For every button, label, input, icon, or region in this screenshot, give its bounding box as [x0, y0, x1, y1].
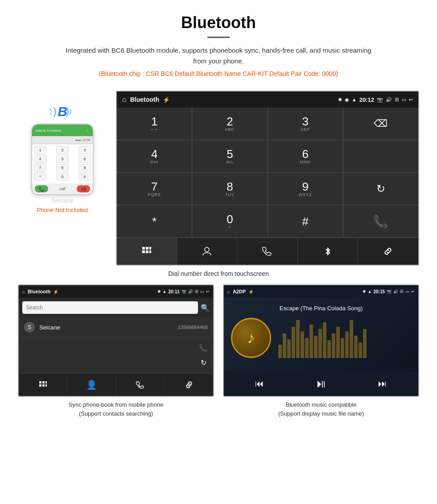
phone-dial-row-4: * 0 #: [34, 173, 91, 181]
location-icon: ◉: [345, 97, 349, 103]
contact-list: S Seicane 13566664466 📞 ↻: [19, 317, 213, 373]
bluetooth-symbol-icon: B: [58, 104, 67, 119]
bluetooth-icon-area: B ) ) ( (: [58, 104, 67, 119]
a2dp-vol-icon: 🔊: [393, 289, 398, 294]
car-time: 20:12: [359, 96, 374, 103]
dial-tool-link[interactable]: [358, 238, 418, 265]
phone-key-9[interactable]: 9: [78, 164, 91, 172]
phone-dial-row-2: 4 5 6: [34, 155, 91, 163]
dial-tool-person[interactable]: [177, 238, 237, 265]
dial-key-2[interactable]: 2ABC: [192, 108, 267, 140]
car-status-left: ⌂ Bluetooth ⚡: [122, 96, 170, 104]
phone-key-4[interactable]: 4: [34, 155, 46, 163]
phone-call-button[interactable]: 📞: [35, 185, 48, 192]
window-icon: ▭: [402, 97, 406, 103]
dial-call-button[interactable]: 📞: [343, 205, 418, 237]
next-button[interactable]: ⏭: [378, 379, 387, 389]
phone-key-7[interactable]: 7: [34, 164, 46, 172]
svg-rect-0: [142, 247, 145, 250]
dial-key-star[interactable]: *: [117, 205, 192, 237]
pb-status-bar: ⌂ Bluetooth ⚡ ✱ ▲ 20:11 📷 🔊 ☒ ▭ ↩: [19, 285, 213, 298]
phone-key-6[interactable]: 6: [78, 155, 91, 163]
phone-end-button[interactable]: 📵: [77, 185, 90, 192]
pb-win-icon: ▭: [200, 289, 204, 294]
description: Integrated with BC6 Bluetooth module, su…: [62, 45, 375, 67]
pb-caption: Sync phone-book from mobile phone (Suppo…: [18, 400, 214, 418]
dial-key-hash[interactable]: #: [268, 205, 343, 237]
phone-signal: ●●●: [75, 138, 81, 142]
dial-key-4[interactable]: 4GHI: [117, 140, 192, 172]
dial-key-9[interactable]: 9WXYZ: [268, 173, 343, 205]
dial-key-6[interactable]: 6MNO: [268, 140, 343, 172]
phone-more-icon: ⋮: [86, 129, 89, 133]
pb-phone-icon[interactable]: 📞: [199, 344, 208, 352]
song-title: Escape (The Pina Colada Song): [280, 305, 363, 312]
pb-title: Bluetooth: [28, 289, 50, 294]
dial-tool-bluetooth[interactable]: [298, 238, 358, 265]
dial-key-1[interactable]: 1∽∽: [117, 108, 192, 140]
phone-key-0[interactable]: 0: [56, 173, 69, 181]
phonebook-screen: ⌂ Bluetooth ⚡ ✱ ▲ 20:11 📷 🔊 ☒ ▭ ↩: [18, 284, 214, 397]
contact-number: 13566664466: [178, 325, 208, 330]
pb-tool-person[interactable]: 👤: [67, 374, 116, 396]
dial-tool-grid[interactable]: [117, 238, 177, 265]
pb-time: 20:11: [168, 289, 180, 294]
pb-tool-grid[interactable]: [19, 374, 67, 396]
svg-rect-4: [146, 250, 148, 253]
pb-side-icons: 📞 ↻: [199, 344, 208, 367]
a2dp-status-bar: ⌂ A2DP ⚡ ✱ ▲ 20:15 📷 🔊 ☒ ▭ ↩: [224, 285, 418, 298]
pb-usb-icon: ⚡: [53, 289, 58, 294]
prev-button[interactable]: ⏮: [255, 379, 264, 389]
music-note-icon: ♪: [247, 329, 255, 347]
bottom-section: ⌂ Bluetooth ⚡ ✱ ▲ 20:11 📷 🔊 ☒ ▭ ↩: [0, 284, 437, 418]
phone-key-3[interactable]: 3: [78, 146, 91, 154]
dial-key-8[interactable]: 8TUV: [192, 173, 267, 205]
home-icon[interactable]: ⌂: [122, 96, 127, 104]
phone-status-bar: ●●● 12:00: [32, 136, 93, 144]
phone-key-hash[interactable]: #: [78, 173, 91, 181]
car-status-bar: ⌂ Bluetooth ⚡ ✱ ◉ ▲ 20:12 📷 🔊 ☒ ▭ ↩: [117, 92, 418, 108]
pb-signal-icon: ▲: [163, 289, 167, 294]
dial-key-3[interactable]: 3DEF: [268, 108, 343, 140]
a2dp-controls: ⏮ ⏯ ⏭: [224, 371, 418, 396]
search-icon[interactable]: 🔍: [201, 304, 210, 312]
a2dp-content: Escape (The Pina Colada Song) ♪: [224, 298, 418, 371]
pb-toolbar: 👤: [19, 373, 213, 396]
phone-key-2[interactable]: 2: [56, 146, 69, 154]
bt-wave-left-large-icon: (: [53, 105, 57, 117]
pb-refresh-icon[interactable]: ↻: [201, 358, 206, 367]
volume-icon: 🔊: [386, 97, 392, 103]
pb-home-icon[interactable]: ⌂: [22, 289, 25, 294]
phone-time: 12:00: [82, 138, 90, 142]
pb-vol-icon: 🔊: [188, 289, 193, 294]
svg-rect-10: [39, 384, 41, 387]
phone-not-included-label: Phone Not Included: [37, 207, 88, 213]
phone-key-8[interactable]: 8: [56, 164, 69, 172]
pb-cam-icon: 📷: [181, 289, 186, 294]
a2dp-time: 20:15: [373, 289, 385, 294]
dial-backspace-button[interactable]: ⌫: [343, 108, 418, 140]
dial-refresh-button[interactable]: ↻: [343, 173, 418, 205]
svg-rect-1: [146, 247, 148, 250]
svg-rect-9: [45, 381, 47, 383]
dial-tool-phone[interactable]: [237, 238, 297, 265]
phonebook-search-input[interactable]: [22, 301, 198, 314]
phone-key-1[interactable]: 1: [34, 146, 46, 154]
car-screen-title: Bluetooth: [130, 96, 159, 103]
dial-key-0[interactable]: 0+: [192, 205, 267, 237]
pb-tool-phone[interactable]: [116, 374, 165, 396]
dial-toolbar: [117, 237, 418, 265]
pb-bt-icon: ✱: [157, 289, 161, 294]
a2dp-home-icon[interactable]: ⌂: [227, 289, 230, 294]
dial-key-7[interactable]: 7PQRS: [117, 173, 192, 205]
svg-rect-8: [42, 381, 45, 383]
phone-key-5[interactable]: 5: [56, 155, 69, 163]
pb-search-row: 🔍: [19, 298, 213, 317]
dial-pad-grid: 1∽∽ 2ABC 3DEF ⌫ 4GHI 5JKL 6MNO: [117, 108, 418, 237]
phone-key-star[interactable]: *: [34, 173, 46, 181]
play-pause-button[interactable]: ⏯: [315, 377, 327, 391]
person-icon: 👤: [86, 379, 97, 390]
x-icon: ☒: [395, 97, 399, 103]
pb-tool-link[interactable]: [165, 374, 213, 396]
dial-key-5[interactable]: 5JKL: [192, 140, 267, 172]
